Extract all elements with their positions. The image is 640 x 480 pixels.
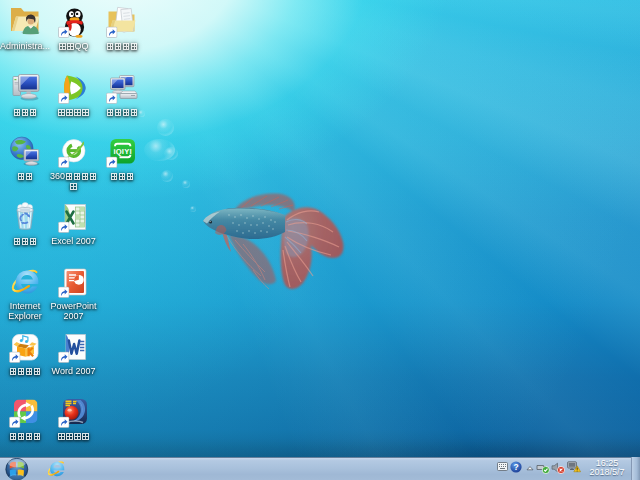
svg-text:iQIYI: iQIYI	[113, 147, 131, 156]
svg-text:?: ?	[513, 462, 518, 472]
